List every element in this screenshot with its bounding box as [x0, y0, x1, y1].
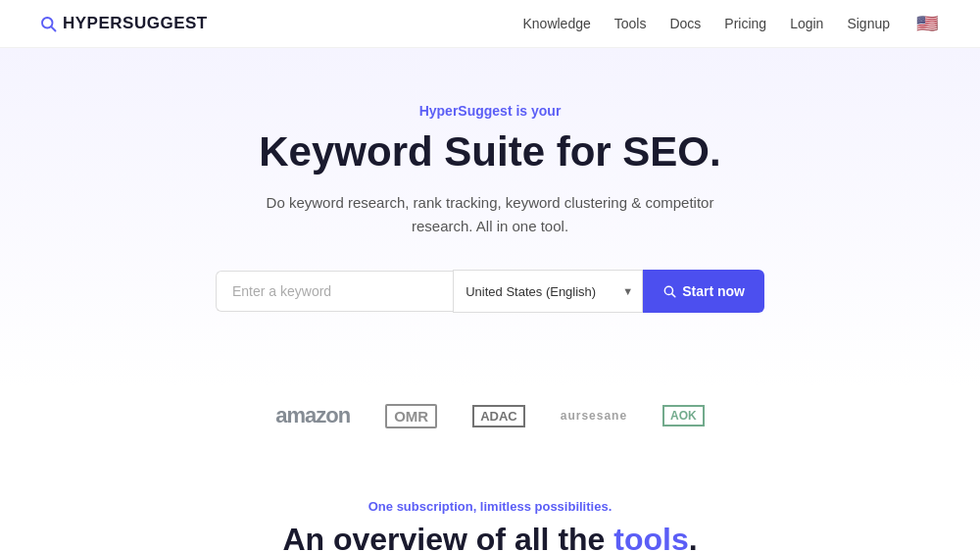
brand-logos: amazon OMR ADAC aursesane AOK [0, 387, 980, 460]
tools-tag: One subscription, limitless possibilitie… [39, 499, 941, 514]
svg-line-1 [51, 26, 55, 30]
tools-section: One subscription, limitless possibilitie… [0, 460, 980, 552]
nav-pricing[interactable]: Pricing [724, 16, 766, 31]
hero-title: Keyword Suite for SEO. [20, 128, 960, 176]
logo-aursesane: aursesane [561, 409, 627, 423]
nav-links: Knowledge Tools Docs Pricing Login Signu… [522, 14, 941, 33]
tools-title: An overview of all the tools. [39, 522, 941, 552]
keyword-input[interactable] [216, 271, 453, 312]
language-flag[interactable]: 🇺🇸 [913, 14, 941, 33]
nav-docs[interactable]: Docs [669, 16, 701, 31]
nav-signup[interactable]: Signup [847, 16, 890, 31]
hero-tag: HyperSuggest is your [20, 103, 960, 119]
country-select[interactable]: United States (English) Germany (German)… [453, 270, 643, 313]
logo[interactable]: HYPERSUGGEST [39, 14, 208, 33]
navbar: HYPERSUGGEST Knowledge Tools Docs Pricin… [0, 0, 980, 48]
logo-adac: ADAC [472, 405, 525, 427]
search-button-icon [662, 284, 676, 298]
nav-tools[interactable]: Tools [614, 16, 647, 31]
logo-amazon: amazon [275, 403, 350, 428]
start-now-button[interactable]: Start now [643, 270, 764, 313]
nav-login[interactable]: Login [790, 16, 823, 31]
country-select-wrap: United States (English) Germany (German)… [453, 270, 643, 313]
svg-line-3 [672, 294, 675, 297]
search-icon [39, 15, 57, 32]
hero-section: HyperSuggest is your Keyword Suite for S… [0, 48, 980, 387]
logo-aok: AOK [662, 405, 705, 427]
hero-search-bar: United States (English) Germany (German)… [216, 270, 764, 313]
nav-knowledge[interactable]: Knowledge [522, 16, 590, 31]
hero-subtitle: Do keyword research, rank tracking, keyw… [20, 191, 960, 238]
logo-omr: OMR [385, 404, 437, 428]
